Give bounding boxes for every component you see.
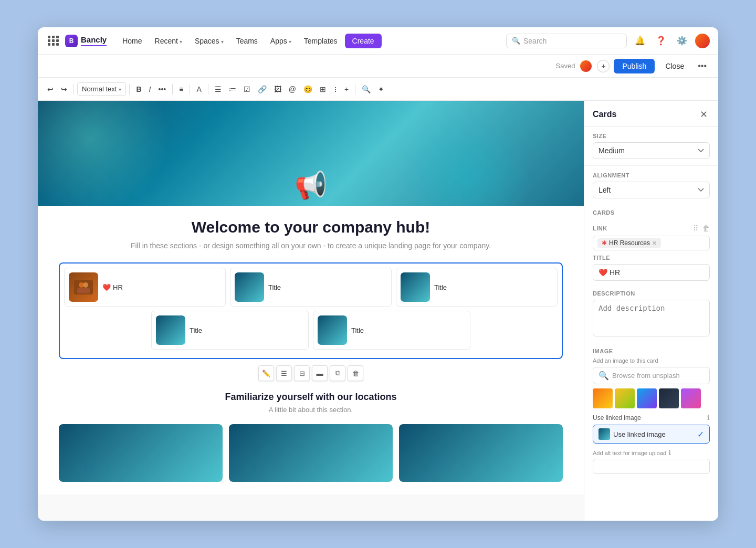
publish-button[interactable]: Publish [614, 59, 655, 73]
panel-close-button[interactable]: ✕ [697, 108, 710, 121]
card-3-thumb [401, 272, 430, 302]
mention-button[interactable]: @ [286, 83, 299, 96]
image-search-icon: 🔍 [598, 371, 609, 381]
compact-view-button[interactable]: ▬ [312, 365, 328, 381]
tag-label: HR Resources [609, 239, 650, 247]
italic-button[interactable]: I [146, 83, 154, 96]
location-card-1[interactable] [59, 424, 223, 482]
align-button[interactable]: ≡ [176, 83, 186, 96]
help-button[interactable]: ❓ [653, 33, 669, 49]
settings-button[interactable]: ⚙️ [674, 33, 690, 49]
image-thumb-4[interactable] [659, 388, 679, 408]
nav-right: 🔍 Search 🔔 ❓ ⚙️ [506, 33, 710, 49]
alignment-label: ALIGNMENT [593, 172, 710, 178]
edit-card-button[interactable]: ✏️ [258, 365, 274, 381]
close-button[interactable]: Close [659, 59, 690, 73]
link-button[interactable]: 🔗 [255, 83, 270, 96]
nav-links: Home Recent Spaces Teams Apps Templates … [117, 34, 506, 48]
title-field-label: TITLE [593, 255, 710, 261]
publish-toolbar: Saved + Publish Close ••• [38, 55, 718, 78]
image-button[interactable]: 🖼 [271, 83, 285, 96]
description-textarea[interactable] [593, 300, 710, 336]
image-thumb-1[interactable] [593, 388, 613, 408]
notifications-button[interactable]: 🔔 [632, 33, 648, 49]
card-entry: LINK ⠿ 🗑 ✱ HR Resources ✕ TITLE [584, 220, 718, 343]
linked-image-info-icon[interactable]: ℹ [707, 414, 710, 421]
linked-image-checkbox-row[interactable]: Use linked image ✓ [593, 425, 710, 444]
undo-button[interactable]: ↩ [44, 83, 57, 96]
card-2-blue [235, 272, 264, 302]
link-tag-input[interactable]: ✱ HR Resources ✕ [593, 236, 710, 250]
main-content: 📢 Welcome to your company hub! Fill in t… [38, 101, 718, 521]
unordered-list-button[interactable]: ☰ [212, 83, 225, 96]
emoji-button[interactable]: 😊 [300, 83, 316, 96]
copy-card-button[interactable]: ⧉ [330, 365, 345, 381]
delete-card-button[interactable]: 🗑 [348, 365, 363, 381]
tag-remove-button[interactable]: ✕ [652, 240, 657, 247]
create-button[interactable]: Create [345, 34, 382, 48]
card-title-3[interactable]: Title [396, 268, 558, 307]
card-5-thumb [318, 315, 347, 345]
nav-spaces[interactable]: Spaces [190, 34, 229, 48]
search-input[interactable]: Search [523, 37, 547, 45]
welcome-subtitle: Fill in these sections - or design somet… [59, 241, 563, 250]
size-label: SIZE [593, 133, 710, 139]
grid-menu-button[interactable] [46, 34, 61, 48]
nav-recent[interactable]: Recent [150, 34, 187, 48]
nav-teams[interactable]: Teams [231, 34, 263, 48]
card-hr-photo [69, 272, 98, 302]
delete-card-icon[interactable]: 🗑 [702, 224, 710, 233]
card-3-label: Title [434, 283, 447, 291]
card-hr[interactable]: ❤️ HR [64, 268, 226, 307]
add-collaborator-button[interactable]: + [597, 60, 610, 72]
card-title-5[interactable]: Title [313, 311, 470, 350]
text-color-button[interactable]: A [193, 83, 204, 96]
location-card-3[interactable] [399, 424, 563, 482]
drag-handle-icon[interactable]: ⠿ [693, 224, 698, 233]
search-icon: 🔍 [512, 37, 520, 45]
tag-icon: ✱ [602, 239, 607, 247]
more-options-button[interactable]: ••• [695, 59, 710, 73]
image-thumb-5[interactable] [681, 388, 701, 408]
redo-button[interactable]: ↪ [58, 83, 70, 96]
image-thumb-2[interactable] [615, 388, 635, 408]
alt-text-info-icon[interactable]: ℹ [668, 449, 671, 457]
alignment-select[interactable]: Left Center Right [593, 182, 710, 198]
ordered-list-button[interactable]: ≔ [226, 83, 239, 96]
card-title-2[interactable]: Title [230, 268, 392, 307]
toolbar-separator-6 [355, 84, 355, 94]
table-button[interactable]: ⊞ [317, 83, 329, 96]
location-card-2[interactable] [229, 424, 393, 482]
text-style-dropdown[interactable]: Normal text [77, 82, 126, 96]
image-thumb-3[interactable] [637, 388, 657, 408]
nav-templates[interactable]: Templates [299, 34, 343, 48]
nav-apps[interactable]: Apps [265, 34, 297, 48]
more-formatting-button[interactable]: ••• [155, 83, 169, 96]
brand-logo-icon: B [65, 35, 78, 47]
nav-home[interactable]: Home [117, 34, 147, 48]
brand-logo-area[interactable]: B Bancly [65, 35, 107, 47]
column-button[interactable]: ⫶ [330, 83, 340, 96]
task-button[interactable]: ☑ [240, 83, 254, 96]
alignment-section: ALIGNMENT Left Center Right [584, 166, 718, 205]
cards-grid[interactable]: ❤️ HR Title [59, 262, 563, 359]
card-2-thumb [235, 272, 264, 302]
insert-more-button[interactable]: + [341, 83, 352, 96]
size-section: SIZE Medium Small Large [584, 127, 718, 166]
size-select[interactable]: Medium Small Large [593, 142, 710, 159]
grid-view-button[interactable]: ⊟ [294, 365, 310, 381]
ai-button[interactable]: ✦ [375, 83, 387, 96]
link-label: LINK [593, 225, 607, 231]
search-box[interactable]: 🔍 Search [506, 34, 627, 48]
svg-point-2 [83, 282, 88, 288]
toolbar-separator-3 [172, 84, 173, 94]
search-replace-button[interactable]: 🔍 [359, 83, 374, 96]
image-search-box[interactable]: 🔍 Browse from unsplash [593, 367, 710, 384]
list-view-button[interactable]: ☰ [276, 365, 292, 381]
user-avatar[interactable] [695, 34, 710, 48]
card-entry-header: LINK ⠿ 🗑 [593, 224, 710, 233]
card-title-4[interactable]: Title [151, 311, 309, 350]
bold-button[interactable]: B [133, 83, 144, 96]
alt-text-input[interactable] [593, 459, 710, 474]
title-input[interactable] [593, 264, 710, 281]
